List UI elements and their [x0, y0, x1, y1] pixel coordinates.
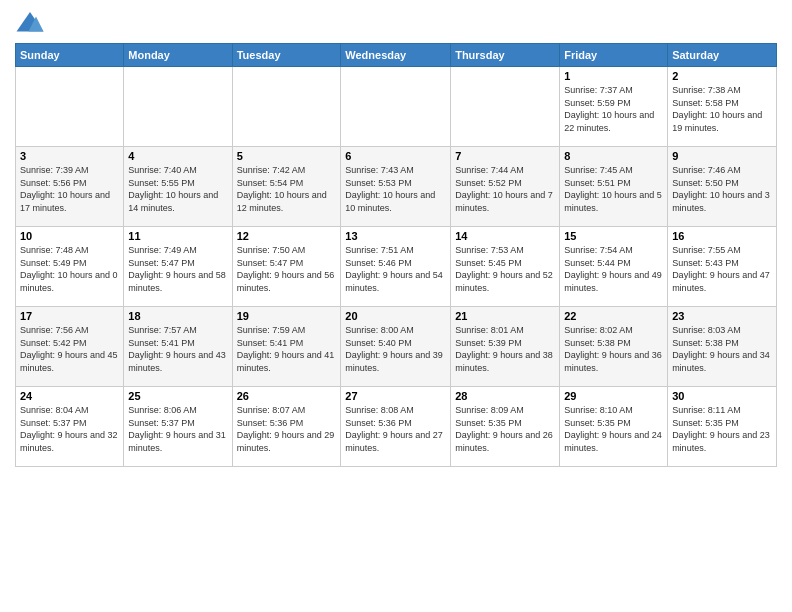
calendar-cell: 5Sunrise: 7:42 AM Sunset: 5:54 PM Daylig…	[232, 147, 341, 227]
day-info: Sunrise: 7:50 AM Sunset: 5:47 PM Dayligh…	[237, 244, 337, 294]
day-number: 14	[455, 230, 555, 242]
calendar-cell: 12Sunrise: 7:50 AM Sunset: 5:47 PM Dayli…	[232, 227, 341, 307]
day-info: Sunrise: 8:06 AM Sunset: 5:37 PM Dayligh…	[128, 404, 227, 454]
calendar-week-2: 3Sunrise: 7:39 AM Sunset: 5:56 PM Daylig…	[16, 147, 777, 227]
day-number: 9	[672, 150, 772, 162]
calendar-cell: 26Sunrise: 8:07 AM Sunset: 5:36 PM Dayli…	[232, 387, 341, 467]
day-info: Sunrise: 7:46 AM Sunset: 5:50 PM Dayligh…	[672, 164, 772, 214]
day-info: Sunrise: 8:03 AM Sunset: 5:38 PM Dayligh…	[672, 324, 772, 374]
day-info: Sunrise: 7:48 AM Sunset: 5:49 PM Dayligh…	[20, 244, 119, 294]
calendar-cell: 3Sunrise: 7:39 AM Sunset: 5:56 PM Daylig…	[16, 147, 124, 227]
day-number: 13	[345, 230, 446, 242]
day-info: Sunrise: 8:09 AM Sunset: 5:35 PM Dayligh…	[455, 404, 555, 454]
calendar-cell: 18Sunrise: 7:57 AM Sunset: 5:41 PM Dayli…	[124, 307, 232, 387]
day-info: Sunrise: 7:37 AM Sunset: 5:59 PM Dayligh…	[564, 84, 663, 134]
day-info: Sunrise: 8:11 AM Sunset: 5:35 PM Dayligh…	[672, 404, 772, 454]
day-header-tuesday: Tuesday	[232, 44, 341, 67]
calendar-week-4: 17Sunrise: 7:56 AM Sunset: 5:42 PM Dayli…	[16, 307, 777, 387]
calendar-cell	[16, 67, 124, 147]
calendar-cell: 1Sunrise: 7:37 AM Sunset: 5:59 PM Daylig…	[560, 67, 668, 147]
calendar-cell: 2Sunrise: 7:38 AM Sunset: 5:58 PM Daylig…	[668, 67, 777, 147]
day-info: Sunrise: 8:07 AM Sunset: 5:36 PM Dayligh…	[237, 404, 337, 454]
day-info: Sunrise: 7:38 AM Sunset: 5:58 PM Dayligh…	[672, 84, 772, 134]
day-info: Sunrise: 7:59 AM Sunset: 5:41 PM Dayligh…	[237, 324, 337, 374]
calendar-cell	[341, 67, 451, 147]
day-number: 26	[237, 390, 337, 402]
day-info: Sunrise: 7:39 AM Sunset: 5:56 PM Dayligh…	[20, 164, 119, 214]
logo-icon	[15, 10, 45, 35]
day-number: 11	[128, 230, 227, 242]
day-info: Sunrise: 8:02 AM Sunset: 5:38 PM Dayligh…	[564, 324, 663, 374]
day-header-sunday: Sunday	[16, 44, 124, 67]
calendar-cell: 6Sunrise: 7:43 AM Sunset: 5:53 PM Daylig…	[341, 147, 451, 227]
day-number: 4	[128, 150, 227, 162]
calendar-cell: 29Sunrise: 8:10 AM Sunset: 5:35 PM Dayli…	[560, 387, 668, 467]
calendar-header-row: SundayMondayTuesdayWednesdayThursdayFrid…	[16, 44, 777, 67]
day-info: Sunrise: 7:43 AM Sunset: 5:53 PM Dayligh…	[345, 164, 446, 214]
day-number: 3	[20, 150, 119, 162]
day-header-monday: Monday	[124, 44, 232, 67]
day-info: Sunrise: 7:51 AM Sunset: 5:46 PM Dayligh…	[345, 244, 446, 294]
day-number: 6	[345, 150, 446, 162]
calendar-cell: 24Sunrise: 8:04 AM Sunset: 5:37 PM Dayli…	[16, 387, 124, 467]
day-info: Sunrise: 8:00 AM Sunset: 5:40 PM Dayligh…	[345, 324, 446, 374]
calendar-cell: 27Sunrise: 8:08 AM Sunset: 5:36 PM Dayli…	[341, 387, 451, 467]
day-header-saturday: Saturday	[668, 44, 777, 67]
day-info: Sunrise: 8:01 AM Sunset: 5:39 PM Dayligh…	[455, 324, 555, 374]
calendar-cell: 4Sunrise: 7:40 AM Sunset: 5:55 PM Daylig…	[124, 147, 232, 227]
day-number: 24	[20, 390, 119, 402]
day-number: 5	[237, 150, 337, 162]
calendar-table: SundayMondayTuesdayWednesdayThursdayFrid…	[15, 43, 777, 467]
calendar-cell	[232, 67, 341, 147]
calendar-cell: 23Sunrise: 8:03 AM Sunset: 5:38 PM Dayli…	[668, 307, 777, 387]
day-number: 30	[672, 390, 772, 402]
day-info: Sunrise: 7:40 AM Sunset: 5:55 PM Dayligh…	[128, 164, 227, 214]
calendar-cell: 7Sunrise: 7:44 AM Sunset: 5:52 PM Daylig…	[451, 147, 560, 227]
day-info: Sunrise: 8:08 AM Sunset: 5:36 PM Dayligh…	[345, 404, 446, 454]
calendar-cell: 16Sunrise: 7:55 AM Sunset: 5:43 PM Dayli…	[668, 227, 777, 307]
calendar-cell: 9Sunrise: 7:46 AM Sunset: 5:50 PM Daylig…	[668, 147, 777, 227]
day-info: Sunrise: 7:44 AM Sunset: 5:52 PM Dayligh…	[455, 164, 555, 214]
day-number: 17	[20, 310, 119, 322]
day-info: Sunrise: 7:55 AM Sunset: 5:43 PM Dayligh…	[672, 244, 772, 294]
day-info: Sunrise: 8:10 AM Sunset: 5:35 PM Dayligh…	[564, 404, 663, 454]
day-header-wednesday: Wednesday	[341, 44, 451, 67]
day-number: 28	[455, 390, 555, 402]
calendar-cell: 21Sunrise: 8:01 AM Sunset: 5:39 PM Dayli…	[451, 307, 560, 387]
calendar-cell: 19Sunrise: 7:59 AM Sunset: 5:41 PM Dayli…	[232, 307, 341, 387]
day-info: Sunrise: 8:04 AM Sunset: 5:37 PM Dayligh…	[20, 404, 119, 454]
calendar-week-1: 1Sunrise: 7:37 AM Sunset: 5:59 PM Daylig…	[16, 67, 777, 147]
calendar-cell: 11Sunrise: 7:49 AM Sunset: 5:47 PM Dayli…	[124, 227, 232, 307]
day-number: 16	[672, 230, 772, 242]
day-number: 2	[672, 70, 772, 82]
calendar-cell	[124, 67, 232, 147]
day-info: Sunrise: 7:53 AM Sunset: 5:45 PM Dayligh…	[455, 244, 555, 294]
page-container: SundayMondayTuesdayWednesdayThursdayFrid…	[0, 0, 792, 612]
day-info: Sunrise: 7:42 AM Sunset: 5:54 PM Dayligh…	[237, 164, 337, 214]
day-number: 18	[128, 310, 227, 322]
calendar-cell: 10Sunrise: 7:48 AM Sunset: 5:49 PM Dayli…	[16, 227, 124, 307]
day-info: Sunrise: 7:57 AM Sunset: 5:41 PM Dayligh…	[128, 324, 227, 374]
calendar-cell: 22Sunrise: 8:02 AM Sunset: 5:38 PM Dayli…	[560, 307, 668, 387]
day-number: 19	[237, 310, 337, 322]
calendar-cell: 30Sunrise: 8:11 AM Sunset: 5:35 PM Dayli…	[668, 387, 777, 467]
day-number: 25	[128, 390, 227, 402]
day-header-thursday: Thursday	[451, 44, 560, 67]
day-number: 12	[237, 230, 337, 242]
day-number: 21	[455, 310, 555, 322]
calendar-week-5: 24Sunrise: 8:04 AM Sunset: 5:37 PM Dayli…	[16, 387, 777, 467]
calendar-cell	[451, 67, 560, 147]
day-number: 22	[564, 310, 663, 322]
day-number: 7	[455, 150, 555, 162]
calendar-cell: 17Sunrise: 7:56 AM Sunset: 5:42 PM Dayli…	[16, 307, 124, 387]
calendar-week-3: 10Sunrise: 7:48 AM Sunset: 5:49 PM Dayli…	[16, 227, 777, 307]
calendar-cell: 14Sunrise: 7:53 AM Sunset: 5:45 PM Dayli…	[451, 227, 560, 307]
day-info: Sunrise: 7:45 AM Sunset: 5:51 PM Dayligh…	[564, 164, 663, 214]
day-number: 27	[345, 390, 446, 402]
calendar-cell: 13Sunrise: 7:51 AM Sunset: 5:46 PM Dayli…	[341, 227, 451, 307]
logo	[15, 10, 49, 35]
day-number: 15	[564, 230, 663, 242]
day-number: 8	[564, 150, 663, 162]
calendar-cell: 25Sunrise: 8:06 AM Sunset: 5:37 PM Dayli…	[124, 387, 232, 467]
header	[15, 10, 777, 35]
